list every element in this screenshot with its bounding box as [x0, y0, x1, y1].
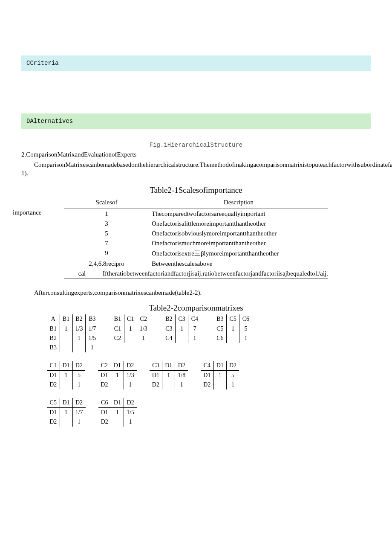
- matrix-header-cell: C5: [47, 398, 60, 408]
- matrix-cell: [111, 380, 124, 389]
- table21-body: 1Thecomparedtwofactorsareequallyimportan…: [64, 209, 328, 279]
- matrix-header-cell: D1: [111, 361, 124, 371]
- table21-cell-scale: 5: [64, 230, 149, 237]
- table21-row: 3Onefactorisalittlemoreimportantthantheo…: [64, 219, 328, 229]
- matrix-cell: 1: [72, 334, 86, 343]
- matrix-header-cell: A: [47, 314, 60, 324]
- table22-title: Table2-2comparisonmatrixes: [21, 303, 371, 313]
- matrix-cell: 1: [188, 334, 201, 343]
- matrix-cell: 1: [137, 334, 150, 343]
- matrix-cell: 5: [72, 370, 85, 380]
- matrix-cell: D2: [98, 417, 111, 427]
- table21-cell-desc: Onefactorisobviouslymoreimportantthanthe…: [149, 230, 328, 237]
- matrix-header-cell: D1: [162, 361, 175, 371]
- matrix-C2: C2D1D2D111/3D21: [98, 361, 137, 389]
- matrix-cell: 1: [111, 407, 124, 417]
- table21-cell-desc: Onefactorisextre三βlymoreimportantthanthe…: [149, 250, 328, 258]
- matrix-cell: [111, 417, 124, 427]
- matrix-cell: C5: [214, 324, 227, 334]
- matrix-cell: 1: [111, 370, 124, 380]
- body-paragraph: ComparisonMatrixescanbemadebasedonthehie…: [21, 160, 371, 178]
- table21-title: Table2-1Scalesofimportance: [21, 186, 371, 195]
- table21-row: 5Onefactorisobviouslymoreimportantthanth…: [64, 229, 328, 238]
- matrix-header-cell: D2: [72, 398, 85, 408]
- matrix-cell: [176, 334, 188, 343]
- matrix-cell: C4: [163, 334, 176, 343]
- matrix-cell: 1: [175, 380, 188, 389]
- table21-row: calIftheratiobetweenfactoriandfactorjisa…: [64, 269, 328, 279]
- matrix-header-cell: B3: [214, 314, 227, 324]
- matrix-cell: D2: [98, 380, 111, 389]
- matrix-header-cell: D1: [60, 361, 72, 371]
- matrix-cell: 1: [176, 324, 188, 334]
- matrix-cell: 1/7: [86, 324, 98, 334]
- section-heading: 2.ComparisonMatrixandEvaluationofExperts: [21, 151, 371, 158]
- matrix-cell: D1: [201, 370, 213, 380]
- matrix-cell: 1/5: [124, 407, 137, 417]
- matrix-header-cell: C2: [137, 314, 150, 324]
- matrix-cell: 5: [239, 324, 252, 334]
- matrix-cell: 1: [124, 380, 136, 389]
- table21-cell-desc: Betweenthescalesabove: [149, 260, 328, 267]
- alternatives-block: DAlternatives: [21, 113, 371, 129]
- matrix-C3: C3D1D2D111/8D21: [150, 361, 188, 389]
- matrix-cell: 1: [162, 370, 175, 380]
- table21: importance Scalesof Description 1Thecomp…: [64, 196, 328, 279]
- matrix-cell: 1: [227, 324, 239, 334]
- matrix-header-cell: C5: [227, 314, 239, 324]
- table21-cell-desc: Iftheratiobetweenfactoriandfactorjisaij,…: [100, 270, 328, 277]
- matrix-header-cell: C4: [201, 361, 213, 371]
- matrix-cell: [60, 417, 72, 427]
- matrix-header-cell: B2: [163, 314, 176, 324]
- table21-sidelabel: importance: [13, 209, 41, 216]
- matrix-cell: 7: [188, 324, 201, 334]
- matrix-cell: D1: [98, 407, 111, 417]
- table21-cell-scale: cal: [64, 270, 100, 277]
- table21-cell-scale: 1: [64, 210, 149, 218]
- matrix-cell: B2: [47, 334, 60, 343]
- matrix-cell: 1: [124, 417, 137, 427]
- matrix-cell: [213, 380, 226, 389]
- matrix-cell: C6: [214, 334, 227, 343]
- table21-row: 9Onefactorisextre三βlymoreimportantthanth…: [64, 248, 328, 259]
- matrix-row-3: C5D1D2D111/7D21 C6D1D2D111/5D21: [21, 398, 371, 427]
- matrix-cell: 1/7: [72, 407, 85, 417]
- matrix-header-cell: B1: [60, 314, 72, 324]
- matrix-header-cell: C1: [124, 314, 137, 324]
- matrix-cell: [227, 334, 239, 343]
- matrix-cell: 1/3: [137, 324, 150, 334]
- matrix-cell: 1: [226, 380, 239, 389]
- matrix-header-cell: D1: [60, 398, 72, 408]
- matrix-cell: D2: [47, 417, 60, 427]
- matrix-cell: [60, 343, 72, 352]
- matrix-header-cell: B2: [72, 314, 86, 324]
- table21-cell-scale: 7: [64, 240, 149, 247]
- matrix-C6: C6D1D2D111/5D21: [98, 398, 137, 427]
- matrix-row-2: C1D1D2D115D21 C2D1D2D111/3D21 C3D1D2D111…: [21, 361, 371, 389]
- matrix-A: AB1B2B3B111/31/7B211/5B31: [47, 314, 98, 352]
- matrix-cell: D1: [150, 370, 162, 380]
- table21-header: Scalesof Description: [64, 196, 328, 209]
- matrix-header-cell: B1: [111, 314, 124, 324]
- matrix-header-cell: D2: [175, 361, 188, 371]
- matrix-cell: 1: [60, 407, 72, 417]
- matrix-cell: [60, 380, 72, 389]
- matrix-B1: B1C1C2C111/3C21: [111, 314, 150, 343]
- matrix-header-cell: C1: [47, 361, 60, 371]
- matrix-header-cell: B3: [86, 314, 98, 324]
- matrix-header-cell: D2: [124, 361, 136, 371]
- matrix-cell: 1: [124, 324, 137, 334]
- matrix-header-cell: D2: [226, 361, 239, 371]
- matrix-cell: [162, 380, 175, 389]
- table21-h-desc: Description: [149, 199, 328, 206]
- matrix-cell: C2: [111, 334, 124, 343]
- matrix-cell: 1/3: [124, 370, 136, 380]
- matrix-cell: D2: [150, 380, 162, 389]
- matrix-B3: B3C5C6C515C61: [214, 314, 252, 343]
- matrix-cell: B3: [47, 343, 60, 352]
- matrix-cell: D1: [47, 370, 60, 380]
- matrix-header-cell: D1: [111, 398, 124, 408]
- table21-cell-scale: 3: [64, 220, 149, 227]
- matrix-header-cell: D2: [72, 361, 85, 371]
- matrix-cell: D1: [47, 407, 60, 417]
